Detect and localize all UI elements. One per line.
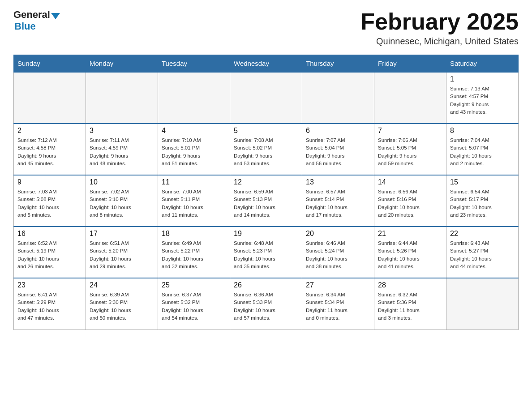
sun-info: Sunrise: 7:07 AMSunset: 5:04 PMDaylight:… xyxy=(306,137,370,167)
sun-info: Sunrise: 6:43 AMSunset: 5:27 PMDaylight:… xyxy=(450,240,515,270)
sun-info: Sunrise: 7:06 AMSunset: 5:05 PMDaylight:… xyxy=(378,137,442,167)
sun-info: Sunrise: 6:48 AMSunset: 5:23 PMDaylight:… xyxy=(234,240,298,270)
calendar-week-row: 1Sunrise: 7:13 AMSunset: 4:57 PMDaylight… xyxy=(14,72,519,124)
calendar-day-cell: 18Sunrise: 6:49 AMSunset: 5:22 PMDayligh… xyxy=(158,227,230,278)
day-number: 18 xyxy=(162,230,226,238)
calendar-week-row: 9Sunrise: 7:03 AMSunset: 5:08 PMDaylight… xyxy=(14,175,519,227)
sun-info: Sunrise: 7:12 AMSunset: 4:58 PMDaylight:… xyxy=(17,137,82,167)
day-number: 19 xyxy=(234,230,298,238)
calendar-day-cell: 11Sunrise: 7:00 AMSunset: 5:11 PMDayligh… xyxy=(158,175,230,227)
calendar-day-cell: 21Sunrise: 6:44 AMSunset: 5:26 PMDayligh… xyxy=(374,227,446,278)
calendar-day-cell xyxy=(86,72,158,124)
day-of-week-header: Monday xyxy=(86,55,158,73)
page-header: General Blue February 2025 Quinnesec, Mi… xyxy=(13,9,519,47)
logo-general-text: General xyxy=(13,9,50,21)
day-number: 7 xyxy=(378,127,442,135)
calendar-day-cell: 4Sunrise: 7:10 AMSunset: 5:01 PMDaylight… xyxy=(158,124,230,175)
calendar-table: SundayMondayTuesdayWednesdayThursdayFrid… xyxy=(13,55,519,330)
calendar-day-cell: 19Sunrise: 6:48 AMSunset: 5:23 PMDayligh… xyxy=(230,227,302,278)
logo: General Blue xyxy=(13,9,61,32)
calendar-header-row: SundayMondayTuesdayWednesdayThursdayFrid… xyxy=(14,55,519,73)
calendar-day-cell: 27Sunrise: 6:34 AMSunset: 5:34 PMDayligh… xyxy=(302,278,374,330)
day-number: 21 xyxy=(378,230,442,238)
sun-info: Sunrise: 6:49 AMSunset: 5:22 PMDaylight:… xyxy=(162,240,226,270)
calendar-day-cell: 24Sunrise: 6:39 AMSunset: 5:30 PMDayligh… xyxy=(86,278,158,330)
day-number: 14 xyxy=(378,178,442,186)
sun-info: Sunrise: 6:41 AMSunset: 5:29 PMDaylight:… xyxy=(17,291,82,322)
sun-info: Sunrise: 6:59 AMSunset: 5:13 PMDaylight:… xyxy=(234,188,298,219)
calendar-day-cell xyxy=(158,72,230,124)
calendar-day-cell: 26Sunrise: 6:36 AMSunset: 5:33 PMDayligh… xyxy=(230,278,302,330)
sun-info: Sunrise: 6:54 AMSunset: 5:17 PMDaylight:… xyxy=(450,188,515,219)
day-number: 26 xyxy=(234,281,298,289)
day-of-week-header: Tuesday xyxy=(158,55,230,73)
sun-info: Sunrise: 7:10 AMSunset: 5:01 PMDaylight:… xyxy=(162,137,226,167)
day-of-week-header: Sunday xyxy=(14,55,86,73)
sun-info: Sunrise: 7:04 AMSunset: 5:07 PMDaylight:… xyxy=(450,137,515,167)
calendar-day-cell: 12Sunrise: 6:59 AMSunset: 5:13 PMDayligh… xyxy=(230,175,302,227)
day-number: 12 xyxy=(234,178,298,186)
calendar-week-row: 16Sunrise: 6:52 AMSunset: 5:19 PMDayligh… xyxy=(14,227,519,278)
day-number: 28 xyxy=(378,281,442,289)
day-of-week-header: Friday xyxy=(374,55,446,73)
sun-info: Sunrise: 6:57 AMSunset: 5:14 PMDaylight:… xyxy=(306,188,370,219)
sun-info: Sunrise: 6:32 AMSunset: 5:36 PMDaylight:… xyxy=(378,291,442,322)
sun-info: Sunrise: 6:39 AMSunset: 5:30 PMDaylight:… xyxy=(90,291,154,322)
calendar-day-cell: 9Sunrise: 7:03 AMSunset: 5:08 PMDaylight… xyxy=(14,175,86,227)
calendar-day-cell: 8Sunrise: 7:04 AMSunset: 5:07 PMDaylight… xyxy=(446,124,519,175)
logo-arrow-icon xyxy=(51,13,60,19)
sun-info: Sunrise: 7:11 AMSunset: 4:59 PMDaylight:… xyxy=(90,137,154,167)
calendar-day-cell xyxy=(446,278,519,330)
day-of-week-header: Wednesday xyxy=(230,55,302,73)
sun-info: Sunrise: 6:51 AMSunset: 5:20 PMDaylight:… xyxy=(90,240,154,270)
calendar-day-cell xyxy=(302,72,374,124)
sun-info: Sunrise: 7:03 AMSunset: 5:08 PMDaylight:… xyxy=(17,188,82,219)
calendar-day-cell: 16Sunrise: 6:52 AMSunset: 5:19 PMDayligh… xyxy=(14,227,86,278)
calendar-day-cell: 15Sunrise: 6:54 AMSunset: 5:17 PMDayligh… xyxy=(446,175,519,227)
calendar-day-cell xyxy=(14,72,86,124)
calendar-day-cell: 14Sunrise: 6:56 AMSunset: 5:16 PMDayligh… xyxy=(374,175,446,227)
calendar-day-cell: 10Sunrise: 7:02 AMSunset: 5:10 PMDayligh… xyxy=(86,175,158,227)
day-of-week-header: Saturday xyxy=(446,55,519,73)
title-section: February 2025 Quinnesec, Michigan, Unite… xyxy=(360,9,519,47)
day-number: 22 xyxy=(450,230,515,238)
day-number: 5 xyxy=(234,127,298,135)
day-number: 1 xyxy=(450,75,515,83)
calendar-day-cell: 3Sunrise: 7:11 AMSunset: 4:59 PMDaylight… xyxy=(86,124,158,175)
sun-info: Sunrise: 6:36 AMSunset: 5:33 PMDaylight:… xyxy=(234,291,298,322)
calendar-week-row: 23Sunrise: 6:41 AMSunset: 5:29 PMDayligh… xyxy=(14,278,519,330)
day-number: 23 xyxy=(17,281,82,289)
logo-blue-text: Blue xyxy=(14,21,36,32)
calendar-day-cell: 5Sunrise: 7:08 AMSunset: 5:02 PMDaylight… xyxy=(230,124,302,175)
sun-info: Sunrise: 6:56 AMSunset: 5:16 PMDaylight:… xyxy=(378,188,442,219)
calendar-week-row: 2Sunrise: 7:12 AMSunset: 4:58 PMDaylight… xyxy=(14,124,519,175)
day-number: 17 xyxy=(90,230,154,238)
day-number: 24 xyxy=(90,281,154,289)
day-number: 27 xyxy=(306,281,370,289)
day-number: 2 xyxy=(17,127,82,135)
calendar-day-cell: 20Sunrise: 6:46 AMSunset: 5:24 PMDayligh… xyxy=(302,227,374,278)
calendar-day-cell: 17Sunrise: 6:51 AMSunset: 5:20 PMDayligh… xyxy=(86,227,158,278)
calendar-day-cell: 7Sunrise: 7:06 AMSunset: 5:05 PMDaylight… xyxy=(374,124,446,175)
day-number: 10 xyxy=(90,178,154,186)
sun-info: Sunrise: 7:13 AMSunset: 4:57 PMDaylight:… xyxy=(450,85,515,116)
calendar-day-cell: 2Sunrise: 7:12 AMSunset: 4:58 PMDaylight… xyxy=(14,124,86,175)
calendar-day-cell: 1Sunrise: 7:13 AMSunset: 4:57 PMDaylight… xyxy=(446,72,519,124)
logo-blue-label: Blue xyxy=(14,21,36,32)
day-number: 25 xyxy=(162,281,226,289)
day-number: 16 xyxy=(17,230,82,238)
calendar-day-cell xyxy=(230,72,302,124)
calendar-day-cell: 25Sunrise: 6:37 AMSunset: 5:32 PMDayligh… xyxy=(158,278,230,330)
calendar-day-cell: 23Sunrise: 6:41 AMSunset: 5:29 PMDayligh… xyxy=(14,278,86,330)
calendar-day-cell: 6Sunrise: 7:07 AMSunset: 5:04 PMDaylight… xyxy=(302,124,374,175)
day-number: 3 xyxy=(90,127,154,135)
calendar-day-cell: 22Sunrise: 6:43 AMSunset: 5:27 PMDayligh… xyxy=(446,227,519,278)
day-number: 6 xyxy=(306,127,370,135)
calendar-day-cell: 13Sunrise: 6:57 AMSunset: 5:14 PMDayligh… xyxy=(302,175,374,227)
logo-text: General xyxy=(13,9,61,21)
sun-info: Sunrise: 7:02 AMSunset: 5:10 PMDaylight:… xyxy=(90,188,154,219)
day-number: 9 xyxy=(17,178,82,186)
sun-info: Sunrise: 6:37 AMSunset: 5:32 PMDaylight:… xyxy=(162,291,226,322)
sun-info: Sunrise: 6:44 AMSunset: 5:26 PMDaylight:… xyxy=(378,240,442,270)
day-number: 11 xyxy=(162,178,226,186)
